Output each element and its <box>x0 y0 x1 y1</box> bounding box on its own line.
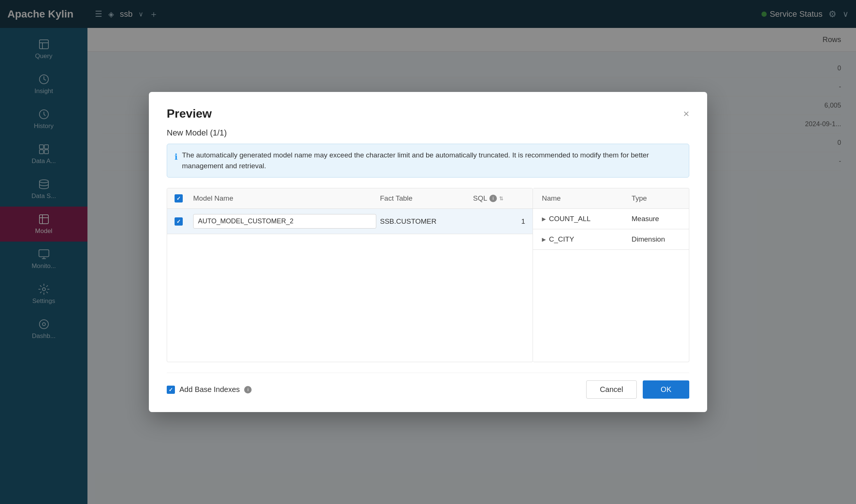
rtd-c-city-type: Dimension <box>632 235 680 243</box>
left-table-header: Model Name Fact Table SQL i ⇅ <box>167 188 533 209</box>
right-row-count-all: ▶ COUNT_ALL Measure <box>533 209 689 229</box>
footer-right: Cancel OK <box>586 380 689 399</box>
th-fact-table: Fact Table <box>380 194 469 202</box>
preview-dialog: Preview × New Model (1/1) ℹ The automati… <box>149 92 707 412</box>
right-row-c-city: ▶ C_CITY Dimension <box>533 229 689 250</box>
td-fact-table: SSB.CUSTOMER <box>380 217 469 226</box>
rtd-c-city-name: C_CITY <box>549 235 629 243</box>
expand-arrow-1[interactable]: ▶ <box>542 216 546 222</box>
ok-button[interactable]: OK <box>643 380 689 399</box>
base-indexes-info-icon[interactable]: i <box>244 386 252 393</box>
left-table-row: SSB.CUSTOMER 1 <box>167 209 533 234</box>
th-sql-label: SQL <box>473 194 487 202</box>
left-pane: Model Name Fact Table SQL i ⇅ <box>167 188 533 362</box>
th-model-name: Model Name <box>193 194 376 202</box>
rth-name: Name <box>542 194 632 202</box>
td-checkbox <box>175 217 189 226</box>
cancel-button[interactable]: Cancel <box>586 380 637 399</box>
close-button[interactable]: × <box>683 109 689 119</box>
dialog-title: Preview <box>167 107 212 121</box>
expand-arrow-2[interactable]: ▶ <box>542 236 546 242</box>
dialog-header: Preview × <box>167 107 689 121</box>
info-banner-icon: ℹ <box>175 151 178 163</box>
add-base-indexes-checkbox[interactable] <box>167 386 175 394</box>
sql-info-icon[interactable]: i <box>489 195 497 202</box>
rtd-count-all-type: Measure <box>632 215 680 223</box>
select-all-checkbox[interactable] <box>175 194 183 202</box>
right-table-header: Name Type <box>533 188 689 209</box>
dialog-body: Model Name Fact Table SQL i ⇅ <box>167 188 689 362</box>
td-model-name <box>193 214 376 229</box>
sort-icon[interactable]: ⇅ <box>499 195 504 201</box>
footer-left: Add Base Indexes i <box>167 385 252 394</box>
modal-overlay: Preview × New Model (1/1) ℹ The automati… <box>0 0 856 504</box>
model-subtitle: New Model (1/1) <box>167 128 689 138</box>
right-pane: Name Type ▶ COUNT_ALL Measure ▶ C_CITY D… <box>533 188 689 362</box>
dialog-footer: Add Base Indexes i Cancel OK <box>167 373 689 399</box>
row-checkbox[interactable] <box>175 217 183 226</box>
th-sql: SQL i ⇅ <box>473 194 525 202</box>
td-sql-count: 1 <box>473 217 525 226</box>
add-base-indexes-label: Add Base Indexes <box>179 385 240 394</box>
rtd-count-all-name: COUNT_ALL <box>549 215 629 223</box>
info-banner-text: The automatically generated model name m… <box>182 150 681 171</box>
model-name-input[interactable] <box>193 214 376 229</box>
rth-type: Type <box>632 194 680 202</box>
th-checkbox <box>175 194 189 202</box>
info-banner: ℹ The automatically generated model name… <box>167 144 689 178</box>
